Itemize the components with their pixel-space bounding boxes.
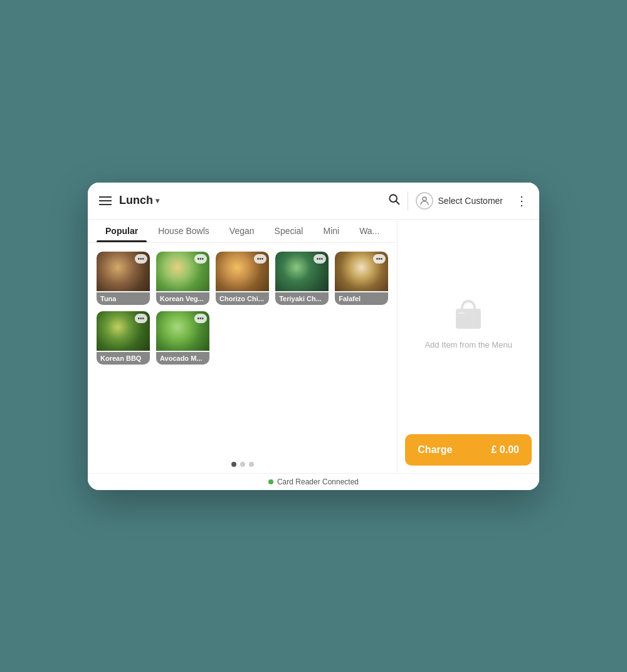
- chevron-down-icon: ▾: [155, 196, 159, 205]
- customer-selector[interactable]: Select Customer: [416, 192, 503, 210]
- menu-item-label-avocado: Avocado M...: [156, 352, 209, 365]
- pagination: [88, 456, 397, 473]
- menu-item-teriyaki[interactable]: ••• Teriyaki Ch...: [275, 252, 329, 305]
- menu-grid-container: ••• Tuna ••• Korean Veg... ••• Chorizo C…: [88, 243, 397, 456]
- svg-point-2: [423, 197, 426, 201]
- menu-item-avocado[interactable]: ••• Avocado M...: [156, 311, 209, 365]
- tab-popular[interactable]: Popular: [97, 220, 147, 242]
- more-options-icon[interactable]: ⋮: [515, 193, 528, 208]
- app-container: Lunch ▾ Select Customer: [88, 183, 539, 490]
- pagination-dot-1[interactable]: [231, 462, 236, 467]
- search-icon[interactable]: [387, 193, 400, 208]
- menu-item-more-chorizo[interactable]: •••: [254, 254, 267, 264]
- menu-item-more-avocado[interactable]: •••: [194, 314, 208, 323]
- charge-amount: £ 0.00: [492, 444, 519, 456]
- menu-item-more-korean-veg[interactable]: •••: [194, 254, 208, 264]
- cart-empty-text: Add Item from the Menu: [424, 339, 512, 351]
- menu-grid: ••• Tuna ••• Korean Veg... ••• Chorizo C…: [97, 252, 388, 365]
- menu-item-korean-veg[interactable]: ••• Korean Veg...: [156, 252, 209, 305]
- menu-item-chorizo[interactable]: ••• Chorizo Chi...: [216, 252, 269, 305]
- tab-mini[interactable]: Mini: [314, 220, 348, 242]
- menu-item-tuna[interactable]: ••• Tuna: [97, 252, 150, 305]
- menu-title[interactable]: Lunch ▾: [119, 194, 159, 207]
- menu-item-more-falafel[interactable]: •••: [373, 254, 386, 264]
- charge-button[interactable]: Charge £ 0.00: [405, 434, 532, 466]
- right-panel: Add Item from the Menu Charge £ 0.00: [398, 220, 539, 473]
- tabs-bar: Popular House Bowls Vegan Special Mini W…: [88, 220, 397, 243]
- hamburger-icon[interactable]: [99, 196, 112, 205]
- svg-rect-4: [458, 312, 465, 314]
- svg-rect-3: [456, 309, 481, 329]
- menu-item-label-falafel: Falafel: [335, 292, 388, 305]
- menu-item-label-tuna: Tuna: [97, 292, 150, 305]
- left-panel: Popular House Bowls Vegan Special Mini W…: [88, 220, 398, 473]
- menu-item-label-korean-veg: Korean Veg...: [156, 292, 209, 305]
- menu-title-text: Lunch: [119, 194, 153, 207]
- menu-item-more-korean-bbq[interactable]: •••: [135, 314, 148, 323]
- status-text: Card Reader Connected: [277, 477, 359, 486]
- menu-item-label-korean-bbq: Korean BBQ: [97, 352, 150, 365]
- menu-item-falafel[interactable]: ••• Falafel: [335, 252, 388, 305]
- status-bar: Card Reader Connected: [88, 473, 539, 490]
- tab-house-bowls[interactable]: House Bowls: [149, 220, 218, 242]
- cart-empty: Add Item from the Menu: [398, 220, 539, 427]
- svg-line-1: [396, 201, 399, 205]
- header-right: Select Customer ⋮: [387, 191, 528, 210]
- main-content: Popular House Bowls Vegan Special Mini W…: [88, 220, 539, 473]
- charge-label: Charge: [418, 444, 452, 456]
- select-customer-label: Select Customer: [438, 196, 503, 206]
- shopping-bag-icon: [450, 295, 487, 333]
- menu-item-more-teriyaki[interactable]: •••: [314, 254, 327, 264]
- pagination-dot-2[interactable]: [240, 462, 245, 467]
- header-divider: [408, 191, 408, 210]
- pagination-dot-3[interactable]: [249, 462, 254, 467]
- tab-special[interactable]: Special: [266, 220, 312, 242]
- menu-item-label-chorizo: Chorizo Chi...: [216, 292, 269, 305]
- header-left: Lunch ▾: [99, 194, 159, 207]
- menu-item-korean-bbq[interactable]: ••• Korean BBQ: [97, 311, 150, 365]
- tab-vegan[interactable]: Vegan: [221, 220, 263, 242]
- header: Lunch ▾ Select Customer: [88, 183, 539, 220]
- menu-item-more-tuna[interactable]: •••: [135, 254, 148, 264]
- customer-avatar-icon: [416, 192, 433, 210]
- menu-item-label-teriyaki: Teriyaki Ch...: [275, 292, 329, 305]
- status-dot: [268, 479, 273, 484]
- tab-wa[interactable]: Wa...: [350, 220, 388, 242]
